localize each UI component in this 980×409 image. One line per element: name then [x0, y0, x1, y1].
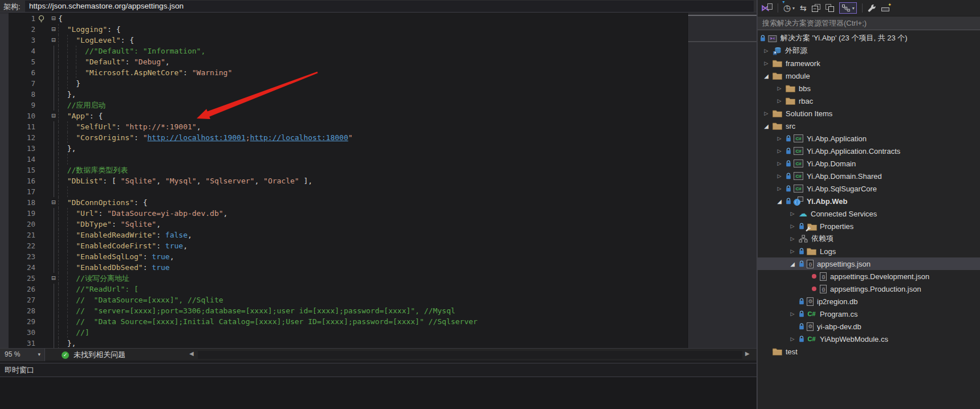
code-line[interactable]: 9//应用启动	[0, 100, 688, 111]
tree-item[interactable]: ▷外部源	[758, 44, 980, 57]
code-line[interactable]: 20"DbType": "Sqlite",	[0, 219, 688, 230]
expander-icon[interactable]: ▷	[788, 236, 796, 242]
code-line[interactable]: 24"EnabledDbSeed": true	[0, 262, 688, 273]
tree-item[interactable]: ◢module	[758, 69, 980, 82]
fold-toggle-icon[interactable]: ⊟	[49, 35, 58, 46]
code-line[interactable]: 10⊟"App": {	[0, 111, 688, 121]
code-line[interactable]: 21"EnabledReadWrite": false,	[0, 230, 688, 240]
tree-item[interactable]: ▷C#Yi.Abp.SqlSugarCore	[758, 182, 980, 195]
file-nesting-icon[interactable]: ▾	[839, 2, 857, 14]
fold-toggle-icon[interactable]: ⊟	[49, 13, 58, 24]
properties-window-icon[interactable]: ✦	[881, 4, 892, 12]
expander-icon[interactable]: ▷	[775, 98, 783, 104]
scroll-left-arrow-icon[interactable]: ◀	[189, 350, 194, 357]
tree-item[interactable]: ◢{ }appsettings.json	[758, 257, 980, 270]
code-line[interactable]: 28// "server=[xxxx];port=3306;database=[…	[0, 305, 688, 316]
tree-item[interactable]: ▷C#Program.cs	[758, 308, 980, 320]
tree-item[interactable]: ⚙ip2region.db	[758, 295, 980, 308]
code-line[interactable]: 13},	[0, 143, 688, 154]
fold-toggle-icon[interactable]: ⊟	[49, 24, 58, 35]
code-line[interactable]: 12"CorsOrigins": "http://localhost:19001…	[0, 132, 688, 143]
code-editor[interactable]: 1⊟{2⊟"Logging": {3⊟"LogLevel": {4//"Defa…	[0, 13, 688, 349]
tree-item[interactable]: ◢src	[758, 120, 980, 132]
expander-icon[interactable]: ▷	[775, 148, 783, 154]
tree-item[interactable]: ▷C#Yi.Abp.Domain.Shared	[758, 170, 980, 182]
expander-icon[interactable]: ▷	[775, 173, 783, 179]
code-line[interactable]: 8},	[0, 89, 688, 100]
code-line[interactable]: 15//数据库类型列表	[0, 165, 688, 175]
tree-item[interactable]: ▷Properties	[758, 220, 980, 232]
expander-icon[interactable]: ▷	[775, 186, 783, 191]
code-line[interactable]: 29// "Data Source=[xxxx];Initial Catalog…	[0, 316, 688, 327]
expander-icon[interactable]: ◢	[762, 73, 770, 79]
fold-toggle-icon[interactable]: ⊟	[49, 111, 58, 121]
code-line[interactable]: 25⊟//读写分离地址	[0, 273, 688, 284]
collapse-all-icon[interactable]: −	[812, 4, 820, 12]
expander-icon[interactable]: ▷	[775, 136, 783, 141]
editor-scrollbar-map[interactable]	[688, 13, 757, 349]
code-line[interactable]: 26//"ReadUrl": [	[0, 284, 688, 295]
code-line[interactable]: 11"SelfUrl": "http://*:19001",	[0, 121, 688, 132]
tree-item[interactable]: { }appsettings.Production.json	[758, 283, 980, 295]
code-line[interactable]: 27// "DataSource=[xxxx]", //Sqlite	[0, 295, 688, 305]
expander-icon[interactable]: ▷	[762, 111, 770, 116]
code-line[interactable]: 4//"Default": "Information",	[0, 46, 688, 56]
expander-icon[interactable]: ▷	[788, 211, 796, 216]
expander-icon[interactable]: ▷	[788, 248, 796, 254]
expander-icon[interactable]: ▷	[762, 60, 770, 66]
tree-item[interactable]: { }appsettings.Development.json	[758, 270, 980, 283]
code-line[interactable]: 2⊟"Logging": {	[0, 24, 688, 35]
expander-icon[interactable]: ▷	[788, 311, 796, 317]
tree-item[interactable]: ▷C#Yi.Abp.Domain	[758, 157, 980, 170]
expander-icon[interactable]: ▷	[775, 85, 783, 91]
expander-icon[interactable]: ▷	[775, 161, 783, 166]
schema-combobox[interactable]: https://json.schemastore.org/appsettings…	[25, 1, 754, 12]
code-line[interactable]: 31},	[0, 338, 688, 349]
tree-item[interactable]: ▷framework	[758, 57, 980, 69]
fold-toggle-icon[interactable]: ⊟	[49, 273, 58, 284]
fold-toggle-icon[interactable]: ⊟	[49, 197, 58, 208]
code-line[interactable]: 14	[0, 154, 688, 165]
tree-item[interactable]: ▷Logs	[758, 245, 980, 257]
tree-item[interactable]: ▷依赖项	[758, 232, 980, 245]
chevron-down-icon[interactable]: ▾	[852, 6, 855, 11]
pending-changes-filter-icon[interactable]: ◷▼▾	[783, 3, 795, 13]
preview-selected-items-icon[interactable]	[826, 4, 834, 12]
scroll-right-arrow-icon[interactable]: ▶	[745, 350, 750, 357]
code-line[interactable]: 6"Microsoft.AspNetCore": "Warning"	[0, 67, 688, 78]
tree-item[interactable]: ▷C#YiAbpWebModule.cs	[758, 333, 980, 345]
expander-icon[interactable]: ◢	[775, 198, 783, 204]
search-input[interactable]	[758, 17, 980, 30]
tree-item[interactable]: ▷bbs	[758, 82, 980, 95]
tree-item[interactable]: 解决方案 'Yi.Abp' (23 个项目, 共 23 个)	[758, 32, 980, 44]
horizontal-scrollbar[interactable]	[198, 351, 742, 359]
expander-icon[interactable]: ◢	[788, 261, 796, 267]
tree-item[interactable]: ◢Yi.Abp.Web	[758, 195, 980, 207]
code-line[interactable]: 7}	[0, 78, 688, 89]
tree-item[interactable]: test	[758, 345, 980, 358]
code-line[interactable]: 18⊟"DbConnOptions": {	[0, 197, 688, 208]
code-line[interactable]: 30//]	[0, 327, 688, 338]
chevron-down-icon[interactable]: ▾	[792, 6, 795, 11]
expander-icon[interactable]: ◢	[762, 123, 770, 129]
expander-icon[interactable]: ▷	[762, 48, 770, 54]
zoom-control[interactable]: 95 % ▾	[0, 349, 45, 361]
code-line[interactable]: 3⊟"LogLevel": {	[0, 35, 688, 46]
immediate-window-title[interactable]: 即时窗口	[0, 363, 757, 377]
code-line[interactable]: 16"DbList": [ "Sqlite", "Mysql", "Sqlser…	[0, 175, 688, 186]
document-health-indicator[interactable]: ✓ 未找到相关问题	[62, 349, 125, 361]
expander-icon[interactable]: ▷	[788, 223, 796, 229]
tree-item[interactable]: ▷☁Connected Services	[758, 207, 980, 220]
properties-wrench-icon[interactable]	[868, 4, 876, 13]
code-line[interactable]: 19"Url": "DataSource=yi-abp-dev.db",	[0, 208, 688, 219]
tree-item[interactable]: ⚙yi-abp-dev.db	[758, 320, 980, 333]
code-line[interactable]: 5"Default": "Debug",	[0, 56, 688, 67]
switch-views-icon[interactable]: ⋈	[761, 3, 772, 13]
tree-item[interactable]: ▷C#Yi.Abp.Application	[758, 132, 980, 145]
sync-with-active-document-icon[interactable]: ⇆	[800, 3, 807, 13]
expander-icon[interactable]: ▷	[788, 336, 796, 342]
code-line[interactable]: 1⊟{	[0, 13, 688, 24]
code-line[interactable]: 22"EnabledCodeFirst": true,	[0, 240, 688, 251]
tree-item[interactable]: ▷rbac	[758, 95, 980, 107]
tree-item[interactable]: ▷Solution Items	[758, 107, 980, 120]
